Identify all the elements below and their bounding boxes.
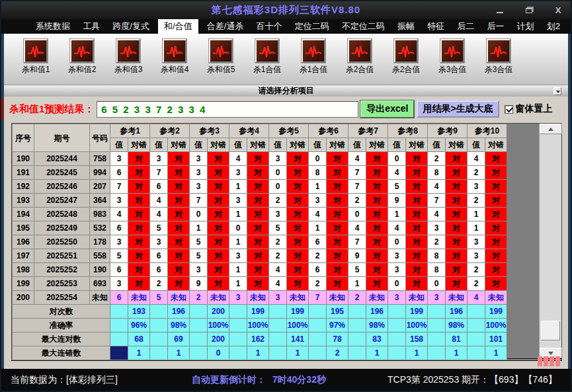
- summary-value-cell[interactable]: 97%: [327, 319, 348, 333]
- result-cell[interactable]: 对: [406, 263, 428, 277]
- vertical-scrollbar[interactable]: [539, 124, 561, 358]
- result-cell[interactable]: 对: [366, 166, 388, 180]
- result-cell[interactable]: 未知: [287, 291, 309, 305]
- result-cell[interactable]: 对: [247, 221, 269, 235]
- summary-spacer-cell[interactable]: [190, 346, 208, 360]
- menu-item[interactable]: 和/合值: [158, 19, 198, 34]
- topmost-checkbox[interactable]: [505, 105, 513, 114]
- result-cell[interactable]: 对: [327, 235, 348, 249]
- result-cell[interactable]: 未知: [446, 291, 468, 305]
- result-cell[interactable]: 对: [366, 263, 388, 277]
- result-cell[interactable]: 对: [446, 277, 468, 291]
- toolbar-button[interactable]: 杀和值4: [151, 39, 198, 75]
- toolbar-button[interactable]: 杀1合值: [244, 39, 290, 75]
- result-cell[interactable]: 对: [406, 166, 428, 180]
- value-cell[interactable]: 7: [190, 194, 208, 208]
- result-cell[interactable]: 对: [446, 194, 468, 208]
- value-cell[interactable]: 4: [269, 277, 287, 291]
- summary-value-cell[interactable]: 0: [208, 346, 229, 360]
- result-cell[interactable]: 对: [446, 249, 468, 263]
- value-cell[interactable]: 4: [468, 152, 485, 166]
- toolbar-button[interactable]: 杀和值3: [105, 39, 151, 75]
- value-cell[interactable]: 3: [269, 208, 287, 221]
- value-cell[interactable]: 4: [229, 152, 247, 166]
- summary-value-cell[interactable]: 195: [327, 305, 348, 319]
- result-cell[interactable]: 对: [406, 180, 428, 194]
- result-cell[interactable]: 对: [208, 235, 229, 249]
- result-cell[interactable]: 对: [168, 249, 190, 263]
- minimize-button[interactable]: [493, 5, 507, 17]
- value-cell[interactable]: 5: [150, 221, 168, 235]
- result-cell[interactable]: 对: [366, 249, 388, 263]
- result-cell[interactable]: 对: [287, 249, 309, 263]
- summary-spacer-cell[interactable]: [229, 305, 247, 319]
- result-cell[interactable]: 未知: [406, 291, 428, 305]
- value-cell[interactable]: 5: [269, 221, 287, 235]
- summary-value-cell[interactable]: 193: [128, 305, 150, 319]
- value-cell[interactable]: 2: [348, 291, 366, 305]
- result-cell[interactable]: 对: [406, 277, 428, 291]
- result-cell[interactable]: 对: [128, 180, 150, 194]
- result-cell[interactable]: 对: [485, 180, 507, 194]
- value-cell[interactable]: 7: [348, 180, 366, 194]
- result-cell[interactable]: 对: [128, 166, 150, 180]
- seq-cell[interactable]: 193: [13, 194, 34, 208]
- result-cell[interactable]: 对: [327, 180, 348, 194]
- result-cell[interactable]: 对: [406, 208, 428, 221]
- result-cell[interactable]: 对: [406, 152, 428, 166]
- menu-item[interactable]: 定位二码: [291, 19, 333, 34]
- seq-cell[interactable]: 197: [13, 249, 34, 263]
- value-cell[interactable]: 9: [348, 249, 366, 263]
- result-cell[interactable]: 对: [168, 180, 190, 194]
- result-cell[interactable]: 对: [446, 263, 468, 277]
- result-cell[interactable]: 对: [208, 263, 229, 277]
- summary-value-cell[interactable]: 200: [208, 333, 229, 346]
- result-cell[interactable]: 对: [208, 221, 229, 235]
- summary-value-cell[interactable]: 1: [446, 346, 468, 360]
- value-cell[interactable]: 2: [428, 152, 446, 166]
- value-cell[interactable]: 1: [190, 221, 208, 235]
- period-cell[interactable]: 2025253: [34, 277, 90, 291]
- number-cell[interactable]: 364: [90, 194, 110, 208]
- period-cell[interactable]: 2025248: [34, 208, 90, 221]
- generate-dadi-button[interactable]: 用结果>生成大底: [417, 100, 499, 118]
- value-cell[interactable]: 3: [190, 166, 208, 180]
- summary-value-cell[interactable]: 196: [366, 305, 388, 319]
- result-cell[interactable]: 对: [128, 263, 150, 277]
- toolbar-button[interactable]: 杀和值5: [198, 39, 244, 75]
- result-cell[interactable]: 对: [485, 249, 507, 263]
- value-cell[interactable]: 5: [388, 180, 406, 194]
- result-cell[interactable]: 对: [327, 277, 348, 291]
- summary-value-cell[interactable]: 100%: [287, 319, 309, 333]
- value-cell[interactable]: 8: [428, 249, 446, 263]
- value-cell[interactable]: 0: [388, 235, 406, 249]
- summary-value-cell[interactable]: 100%: [485, 319, 507, 333]
- summary-spacer-cell[interactable]: [110, 346, 128, 360]
- result-cell[interactable]: 对: [366, 221, 388, 235]
- period-cell[interactable]: 2025249: [34, 221, 90, 235]
- value-cell[interactable]: 2: [468, 263, 485, 277]
- value-cell[interactable]: 3: [110, 194, 128, 208]
- result-cell[interactable]: 对: [128, 208, 150, 221]
- period-cell[interactable]: 2025245: [34, 166, 90, 180]
- value-cell[interactable]: 0: [229, 221, 247, 235]
- value-cell[interactable]: 1: [229, 180, 247, 194]
- menu-item[interactable]: 振幅: [393, 19, 419, 34]
- result-cell[interactable]: 对: [366, 194, 388, 208]
- result-cell[interactable]: 对: [485, 194, 507, 208]
- value-cell[interactable]: 1: [468, 221, 485, 235]
- result-cell[interactable]: 未知: [327, 291, 348, 305]
- value-cell[interactable]: 6: [150, 180, 168, 194]
- result-cell[interactable]: 对: [446, 152, 468, 166]
- value-cell[interactable]: 7: [150, 166, 168, 180]
- value-cell[interactable]: 7: [309, 291, 327, 305]
- result-cell[interactable]: 对: [485, 152, 507, 166]
- result-cell[interactable]: 对: [208, 180, 229, 194]
- summary-spacer-cell[interactable]: [229, 319, 247, 333]
- summary-spacer-cell[interactable]: [150, 319, 168, 333]
- toolbar-button[interactable]: 杀和值2: [59, 39, 105, 75]
- value-cell[interactable]: 0: [428, 277, 446, 291]
- menu-item[interactable]: 不定位二码: [338, 19, 389, 34]
- value-cell[interactable]: 3: [428, 291, 446, 305]
- value-cell[interactable]: 3: [150, 235, 168, 249]
